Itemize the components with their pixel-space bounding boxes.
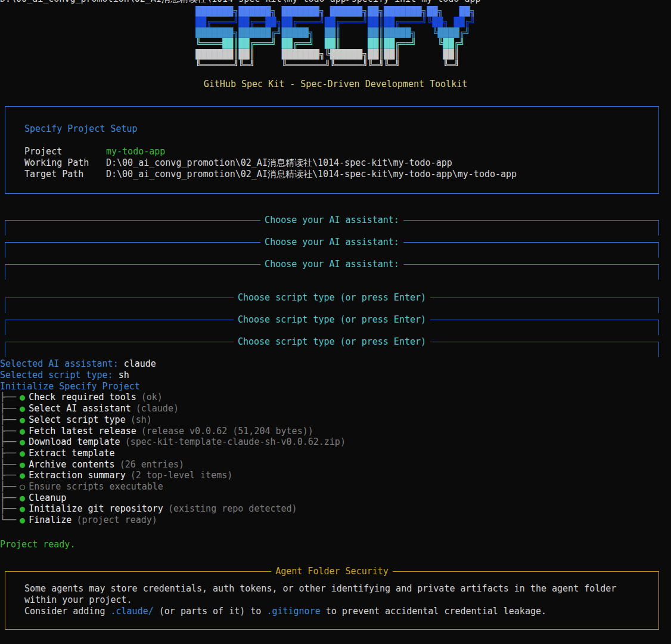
command-text: D:\00_ai_convg_promotion\02_AI消息精读社\1014… — [0, 0, 671, 5]
status-pending-icon: ○ — [20, 481, 25, 492]
tree-connector: ├── — [0, 414, 16, 425]
status-done-icon: ● — [20, 470, 25, 481]
tree-connector: ├── — [0, 470, 16, 481]
terminal-window[interactable]: D:\00_ai_convg_promotion\02_AI消息精读社\1014… — [0, 0, 671, 644]
setup-panel-title: Specify Project Setup — [24, 123, 658, 135]
banner-line: ███████╗██████╗ ███████╗ ██████╗██╗█████… — [195, 6, 476, 17]
project-value: my-todo-app — [106, 146, 165, 157]
banner-container: ███████╗██████╗ ███████╗ ██████╗██╗█████… — [0, 5, 671, 71]
status-done-icon: ● — [20, 493, 25, 503]
tree-item-archive-contents: ├──●Archive contents(26 entries) — [0, 459, 671, 470]
ai-assistant-prompt-title: Choose your AI assistant: — [260, 237, 403, 248]
selected-script-line: Selected script type: sh — [0, 370, 671, 381]
selected-script-value: sh — [119, 370, 129, 380]
ai-assistant-prompt-box-2: Choose your AI assistant: — [5, 242, 659, 258]
security-text-line-1: Some agents may store credentials, auth … — [24, 583, 658, 595]
claude-folder-ref: .claude/ — [111, 606, 154, 617]
tree-connector: ├── — [0, 493, 16, 503]
selected-ai-label: Selected AI assistant: — [0, 358, 119, 369]
tree-item-init-git: ├──●Initialize git repository(existing r… — [0, 503, 671, 515]
selected-ai-line: Selected AI assistant: claude — [0, 358, 671, 370]
console-output: Selected AI assistant: claude Selected s… — [0, 358, 671, 525]
tree-item-select-script: ├──●Select script type(sh) — [0, 414, 671, 426]
target-path-value: D:\00_ai_convg_promotion\02_AI消息精读社\1014… — [106, 169, 517, 179]
tree-connector: ├── — [0, 426, 16, 436]
security-text-line-3: Consider adding .claude/ (or parts of it… — [24, 606, 658, 617]
target-path-row: Target PathD:\00_ai_convg_promotion\02_A… — [24, 169, 658, 180]
status-done-icon: ● — [20, 426, 25, 436]
tagline: GitHub Spec Kit - Spec-Driven Developmen… — [0, 79, 671, 90]
working-path-row: Working PathD:\00_ai_convg_promotion\02_… — [24, 157, 658, 169]
tree-connector: ├── — [0, 436, 16, 447]
banner-line: ███████╗██████╔╝█████╗ ██║ ██║█████╗ ╚██… — [195, 27, 470, 38]
status-done-icon: ● — [20, 515, 25, 525]
project-row: Projectmy-todo-app — [24, 146, 658, 157]
status-done-icon: ● — [20, 392, 25, 402]
tree-connector: ├── — [0, 403, 16, 414]
command-line: D:\00_ai_convg_promotion\02_AI消息精读社\1014… — [0, 0, 671, 5]
tree-connector: ├── — [0, 392, 16, 402]
script-type-prompt-title: Choose script type (or press Enter) — [234, 314, 430, 326]
ai-assistant-prompt-box-3: Choose your AI assistant: — [5, 264, 659, 280]
project-setup-panel: Specify Project Setup Projectmy-todo-app… — [5, 106, 659, 194]
tree-connector: ├── — [0, 503, 16, 514]
specify-ascii-banner: ███████╗██████╗ ███████╗ ██████╗██╗█████… — [195, 6, 476, 70]
working-path-value: D:\00_ai_convg_promotion\02_AI消息精读社\1014… — [106, 157, 452, 168]
project-ready-status: Project ready. — [0, 539, 671, 550]
script-type-prompt-box-3: Choose script type (or press Enter) — [5, 342, 659, 357]
status-done-icon: ● — [20, 459, 25, 470]
security-panel: Agent Folder Security Some agents may st… — [5, 571, 659, 630]
tree-item-download-template: ├──●Download template(spec-kit-template-… — [0, 436, 671, 448]
tree-item-fetch-release: ├──●Fetch latest release(release v0.0.62… — [0, 426, 671, 437]
status-done-icon: ● — [20, 503, 25, 514]
init-tree-title: Initialize Specify Project — [0, 381, 671, 392]
tree-item-check-tools: ├──●Check required tools(ok) — [0, 392, 671, 403]
banner-line: ███████║██║ ███████╗╚██████╗██║██║ ██║ — [195, 49, 459, 60]
status-done-icon: ● — [20, 436, 25, 447]
script-type-prompt-box-2: Choose script type (or press Enter) — [5, 320, 659, 335]
status-done-icon: ● — [20, 448, 25, 459]
ai-assistant-prompt-box-1: Choose your AI assistant: — [5, 220, 659, 236]
status-done-icon: ● — [20, 403, 25, 414]
selected-script-label: Selected script type: — [0, 370, 113, 380]
gitignore-ref: .gitignore — [266, 606, 320, 617]
script-type-prompt-box-1: Choose script type (or press Enter) — [5, 298, 659, 313]
project-label: Project — [24, 146, 106, 157]
banner-line: ██╔════╝██╔══██╗██╔════╝██╔════╝██║██╔══… — [195, 17, 476, 27]
tree-item-extract-template: ├──●Extract template — [0, 448, 671, 459]
target-path-label: Target Path — [24, 169, 106, 180]
script-type-prompt-title: Choose script type (or press Enter) — [234, 292, 430, 304]
tree-connector: ├── — [0, 481, 16, 492]
status-done-icon: ● — [20, 414, 25, 425]
tree-connector: └── — [0, 515, 16, 525]
security-text-line-2: within your project. — [24, 595, 658, 606]
tree-connector: ├── — [0, 448, 16, 459]
banner-line: ╚══════╝╚═╝ ╚═══════╝╚═════╝╚═╝╚═╝ ╚═╝ — [195, 60, 459, 70]
working-path-label: Working Path — [24, 157, 106, 169]
ai-assistant-prompt-title: Choose your AI assistant: — [260, 215, 403, 226]
tree-item-cleanup: ├──●Cleanup — [0, 493, 671, 504]
selected-ai-value: claude — [124, 358, 156, 369]
tree-item-ensure-executable: ├──○Ensure scripts executable — [0, 481, 671, 493]
banner-line: ╚════██║██╔═══╝ ██╔══╝ ██║ ██║██╔══╝ ╚██… — [195, 38, 465, 49]
security-panel-title: Agent Folder Security — [271, 566, 393, 577]
script-type-prompt-title: Choose script type (or press Enter) — [234, 336, 430, 348]
tree-item-select-ai: ├──●Select AI assistant(claude) — [0, 403, 671, 414]
tree-item-extraction-summary: ├──●Extraction summary(2 top-level items… — [0, 470, 671, 481]
tree-connector: ├── — [0, 459, 16, 470]
tree-item-finalize: └──●Finalize(project ready) — [0, 515, 671, 526]
ai-assistant-prompt-title: Choose your AI assistant: — [260, 259, 403, 270]
